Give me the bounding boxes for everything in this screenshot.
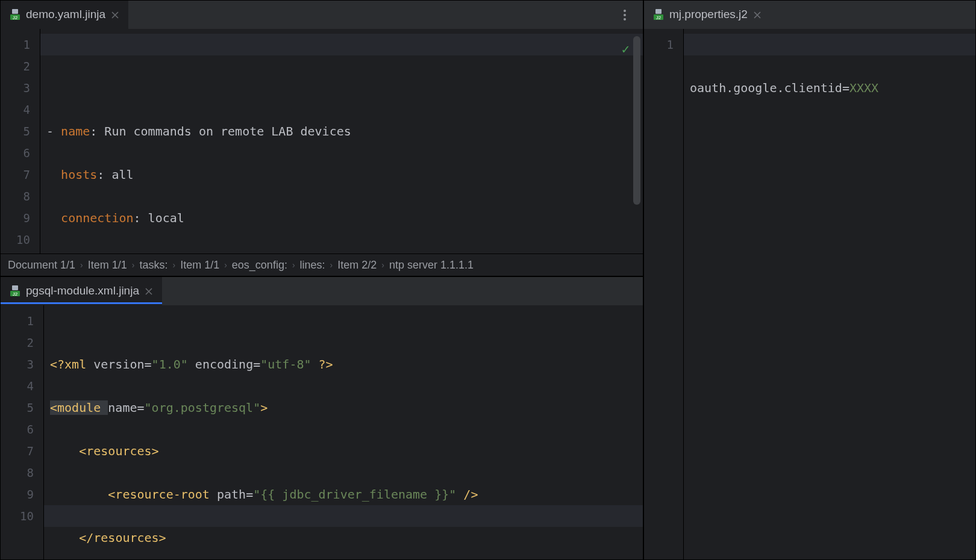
breadcrumb-item[interactable]: ntp server 1.1.1.1 (389, 259, 474, 272)
line-gutter: 1 (644, 29, 684, 559)
code-editor-properties[interactable]: 1 oauth.google.clientid=XXXX (644, 29, 975, 559)
jinja-file-icon: J2 (9, 285, 21, 297)
more-icon[interactable] (618, 8, 632, 22)
svg-text:J2: J2 (656, 14, 662, 20)
tab-filename: demo.yaml.jinja (26, 8, 105, 21)
status-ok-icon: ✓ (622, 39, 630, 60)
tab-mj-properties-j2[interactable]: J2 mj.properties.j2 (644, 1, 771, 29)
close-icon[interactable] (144, 286, 154, 296)
breadcrumb-item[interactable]: Item 1/1 (180, 259, 219, 272)
tabbar: J2 mj.properties.j2 (644, 1, 975, 29)
close-icon[interactable] (752, 10, 762, 19)
breadcrumb-item[interactable]: lines: (300, 259, 325, 272)
editor-pane-properties: J2 mj.properties.j2 1 oauth.google.clien… (643, 0, 976, 560)
svg-rect-2 (12, 9, 18, 14)
tabbar: J2 demo.yaml.jinja (1, 1, 643, 29)
breadcrumb-item[interactable]: Item 1/1 (88, 259, 127, 272)
jinja-file-icon: J2 (9, 8, 21, 20)
close-icon[interactable] (110, 10, 120, 19)
code-editor-yaml[interactable]: 1 2 3 4 5 6 7 8 9 10 ✓ - name: Run comma… (1, 29, 643, 254)
code-editor-xml[interactable]: 1 2 3 4 5 6 7 8 9 10 <?xml version="1.0"… (1, 305, 643, 559)
active-tab-indicator (1, 302, 162, 304)
svg-text:J2: J2 (13, 14, 18, 20)
tab-pgsql-module-xml-jinja[interactable]: J2 pgsql-module.xml.jinja (1, 277, 162, 305)
line-gutter: 1 2 3 4 5 6 7 8 9 10 (1, 305, 44, 559)
line-gutter: 1 2 3 4 5 6 7 8 9 10 (1, 29, 40, 254)
editor-pane-xml: J2 pgsql-module.xml.jinja 1 2 3 4 5 6 7 … (0, 276, 643, 560)
editor-pane-yaml: J2 demo.yaml.jinja 1 2 3 4 5 6 7 8 9 (0, 0, 643, 276)
svg-rect-8 (12, 285, 18, 290)
breadcrumb-item[interactable]: Item 2/2 (337, 259, 377, 272)
breadcrumb: Document 1/1› Item 1/1› tasks:› Item 1/1… (1, 254, 643, 276)
tabbar: J2 pgsql-module.xml.jinja (1, 277, 643, 305)
breadcrumb-item[interactable]: Document 1/1 (8, 259, 75, 272)
svg-rect-5 (655, 9, 662, 14)
breadcrumb-item[interactable]: tasks: (139, 259, 167, 272)
tab-filename: pgsql-module.xml.jinja (26, 284, 139, 297)
tab-demo-yaml-jinja[interactable]: J2 demo.yaml.jinja (1, 1, 128, 29)
breadcrumb-item[interactable]: eos_config: (232, 259, 287, 272)
jinja-file-icon: J2 (652, 8, 665, 20)
tab-filename: mj.properties.j2 (669, 8, 748, 21)
svg-text:J2: J2 (13, 291, 18, 296)
